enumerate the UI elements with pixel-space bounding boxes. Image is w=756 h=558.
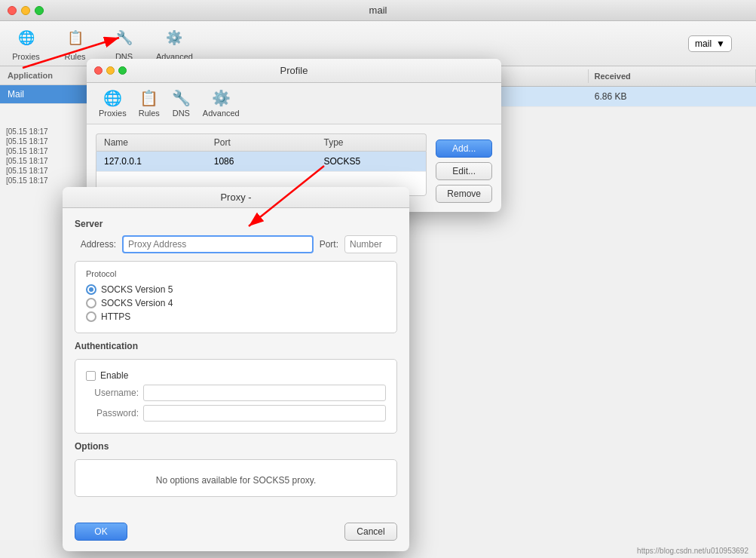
profile-rules-icon: 📋 [139, 89, 158, 107]
toolbar-rules[interactable]: 📋 Rules [58, 26, 92, 61]
close-button[interactable] [8, 6, 17, 15]
rules-label: Rules [64, 52, 85, 61]
log-line: [05.15 18:17 [0, 166, 97, 176]
proxy-table-header: Name Port Type [96, 133, 427, 151]
socks5-label: SOCKS Version 5 [101, 284, 173, 295]
profile-dialog-title: Profile [280, 65, 308, 76]
enable-row[interactable]: Enable [86, 370, 386, 381]
toolbar-dns[interactable]: 🔧 DNS [107, 26, 141, 61]
rules-icon: 📋 [63, 26, 87, 50]
https-label: HTTPS [101, 311, 130, 322]
profile-proxies-icon: 🌐 [103, 89, 122, 107]
advanced-icon: ⚙️ [162, 26, 186, 50]
cell-received: 6.86 KB [589, 89, 756, 104]
proxy-row-port: 1086 [207, 155, 317, 168]
profile-rules-label: Rules [139, 109, 160, 118]
profile-tab-proxies[interactable]: 🌐 Proxies [99, 89, 127, 118]
proxies-label: Proxies [12, 52, 40, 61]
window-title: mail [369, 5, 387, 16]
sidebar-section-header: Application [0, 66, 97, 85]
col-header-received: Received [589, 69, 757, 83]
enable-checkbox[interactable] [86, 371, 96, 381]
profile-tab-dns[interactable]: 🔧 DNS [172, 89, 191, 118]
proxy-row-type: SOCKS5 [317, 155, 427, 168]
proxy-row-name: 127.0.0.1 [96, 155, 207, 168]
dialog-minimize-button[interactable] [106, 66, 115, 75]
log-line: [05.15 18:17 [0, 127, 97, 136]
proxy-dialog-title: Proxy - [63, 187, 409, 208]
log-line: [05.15 18:17 [0, 146, 97, 156]
toolbar-advanced[interactable]: ⚙️ Advanced [156, 26, 193, 61]
proxy-col-type: Type [317, 134, 427, 151]
profile-advanced-icon: ⚙️ [212, 89, 231, 107]
socks4-radio[interactable] [86, 298, 96, 308]
username-label: Username: [86, 388, 139, 398]
options-text: No options available for SOCKS5 proxy. [86, 475, 386, 486]
proxy-col-name: Name [96, 134, 207, 151]
sidebar-item-mail[interactable]: Mail [0, 85, 97, 104]
dialog-maximize-button[interactable] [118, 66, 127, 75]
remove-button[interactable]: Remove [436, 185, 492, 203]
proxy-col-port: Port [207, 134, 317, 151]
server-row: Address: Port: [75, 235, 397, 253]
password-row: Password: [86, 405, 386, 422]
cancel-button[interactable]: Cancel [344, 523, 397, 541]
socks5-radio[interactable] [86, 284, 96, 295]
traffic-lights [8, 6, 44, 15]
protocol-socks4-row[interactable]: SOCKS Version 4 [86, 298, 386, 308]
dropdown-arrow-icon: ▼ [716, 38, 725, 49]
profile-dialog-titlebar: Profile [87, 59, 501, 83]
proxy-dialog-footer: OK Cancel [63, 515, 409, 551]
username-row: Username: [86, 385, 386, 401]
log-line: [05.15 18:17 [0, 176, 97, 185]
dialog-close-button[interactable] [94, 66, 103, 75]
password-label: Password: [86, 408, 139, 418]
proxies-icon: 🌐 [14, 26, 38, 50]
url-bar: https://blog.csdn.net/u010953692 [637, 547, 748, 555]
server-section-label: Server [75, 219, 397, 229]
proxy-dialog: Proxy - Server Address: Port: Protocol S… [63, 187, 409, 551]
protocol-label: Protocol [86, 269, 386, 278]
socks4-label: SOCKS Version 4 [101, 298, 173, 308]
profile-dns-icon: 🔧 [172, 89, 191, 107]
profile-tab-advanced[interactable]: ⚙️ Advanced [203, 89, 240, 118]
log-area: [05.15 18:17 [05.15 18:17 [05.15 18:17 [… [0, 127, 97, 185]
profile-proxies-label: Proxies [99, 109, 127, 118]
https-radio[interactable] [86, 311, 96, 322]
main-window: mail 🌐 Proxies 📋 Rules 🔧 DNS ⚙️ Advanced… [0, 0, 756, 558]
ok-button[interactable]: OK [75, 523, 127, 541]
toolbar-proxies[interactable]: 🌐 Proxies [9, 26, 43, 61]
port-input[interactable] [344, 235, 397, 253]
auth-section-label: Authentication [75, 341, 397, 351]
options-box: No options available for SOCKS5 proxy. [75, 459, 397, 497]
profile-dialog-toolbar: 🌐 Proxies 📋 Rules 🔧 DNS ⚙️ Advanced [87, 83, 501, 124]
auth-section: Enable Username: Password: [75, 359, 397, 434]
profile-advanced-label: Advanced [203, 109, 240, 118]
address-input[interactable] [122, 235, 314, 253]
proxy-table-row[interactable]: 127.0.0.1 1086 SOCKS5 [96, 152, 426, 172]
log-line: [05.15 18:17 [0, 136, 97, 146]
port-label: Port: [320, 239, 338, 250]
minimize-button[interactable] [21, 6, 30, 15]
protocol-https-row[interactable]: HTTPS [86, 311, 386, 322]
dialog-traffic-lights [94, 66, 127, 75]
profile-dropdown[interactable]: mail ▼ [688, 35, 732, 52]
maximize-button[interactable] [35, 6, 44, 15]
edit-button[interactable]: Edit... [436, 162, 492, 180]
enable-label: Enable [100, 370, 128, 381]
profile-dns-label: DNS [173, 109, 190, 118]
profile-dialog-buttons: Add... Edit... Remove [436, 140, 492, 203]
add-button[interactable]: Add... [436, 140, 492, 158]
address-label: Address: [75, 239, 116, 250]
profile-value: mail [695, 38, 712, 49]
log-line: [05.15 18:17 [0, 156, 97, 166]
username-input[interactable] [143, 385, 386, 401]
dns-icon: 🔧 [112, 26, 136, 50]
proxy-dialog-body: Server Address: Port: Protocol SOCKS Ver… [63, 208, 409, 515]
main-title-bar: mail [0, 0, 756, 21]
protocol-section: Protocol SOCKS Version 5 SOCKS Version 4… [75, 261, 397, 333]
password-input[interactable] [143, 405, 386, 422]
protocol-socks5-row[interactable]: SOCKS Version 5 [86, 284, 386, 295]
options-section-label: Options [75, 441, 397, 452]
profile-tab-rules[interactable]: 📋 Rules [139, 89, 160, 118]
